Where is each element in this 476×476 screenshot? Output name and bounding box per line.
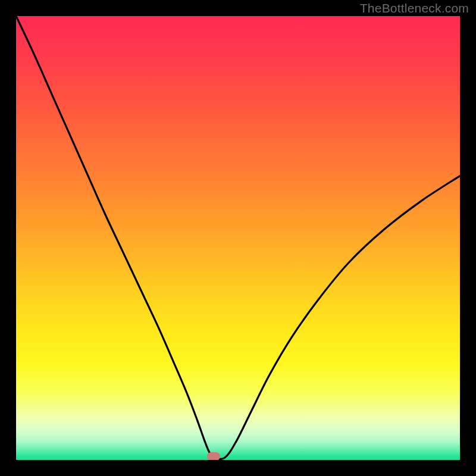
figure-root: TheBottleneck.com	[0, 0, 476, 476]
watermark-text: TheBottleneck.com	[360, 1, 469, 15]
plot-area	[16, 16, 460, 460]
bottleneck-curve	[16, 16, 460, 460]
optimal-point-marker	[207, 452, 220, 460]
